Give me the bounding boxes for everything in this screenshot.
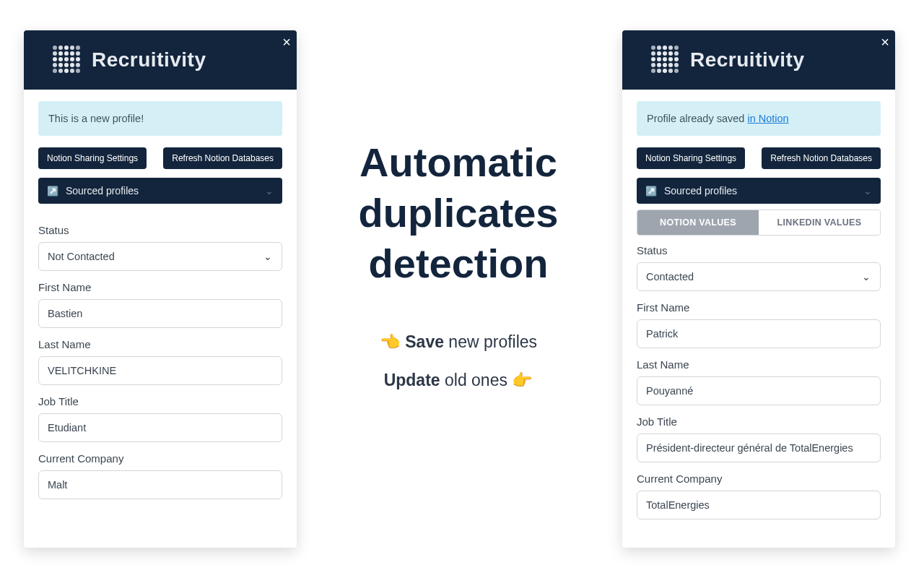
database-selector[interactable]: ↗️ Sourced profiles ⌄ xyxy=(38,178,282,204)
close-icon[interactable]: × xyxy=(282,35,291,49)
job-title-input[interactable] xyxy=(637,434,881,462)
brand-name: Recruitivity xyxy=(690,48,805,72)
action-button-row: Notion Sharing Settings Refresh Notion D… xyxy=(38,147,282,169)
refresh-databases-button[interactable]: Refresh Notion Databases xyxy=(762,147,881,169)
panel-header: × Recruitivity xyxy=(24,30,297,90)
first-name-input[interactable] xyxy=(637,319,881,348)
chevron-down-icon: ⌄ xyxy=(863,185,872,197)
panel-existing-profile: × Recruitivity Profile already saved in … xyxy=(622,30,895,548)
company-label: Current Company xyxy=(38,452,282,465)
subline-save: 👈 Save new profiles xyxy=(310,332,606,352)
info-banner-new: This is a new profile! xyxy=(38,101,282,136)
database-name: Sourced profiles xyxy=(66,185,139,197)
panel-new-profile: × Recruitivity This is a new profile! No… xyxy=(24,30,297,548)
status-label: Status xyxy=(38,224,282,236)
job-title-label: Job Title xyxy=(38,395,282,407)
last-name-input[interactable] xyxy=(38,356,282,385)
refresh-databases-button[interactable]: Refresh Notion Databases xyxy=(163,147,282,169)
company-input[interactable] xyxy=(38,470,282,499)
brand-logo: Recruitivity xyxy=(651,46,805,74)
status-label: Status xyxy=(637,244,881,256)
panel-body: This is a new profile! Notion Sharing Se… xyxy=(24,90,297,514)
status-select[interactable]: Contacted xyxy=(637,262,881,291)
company-input[interactable] xyxy=(637,491,881,519)
logo-mark-icon xyxy=(651,46,680,74)
chevron-down-icon: ⌄ xyxy=(265,185,274,197)
brand-name: Recruitivity xyxy=(92,48,206,72)
panel-header: × Recruitivity xyxy=(622,30,895,90)
subline-update: Update old ones 👉 xyxy=(310,371,606,390)
notion-sharing-button[interactable]: Notion Sharing Settings xyxy=(637,147,745,169)
values-tabs: NOTION VALUES LINKEDIN VALUES xyxy=(637,210,881,236)
last-name-input[interactable] xyxy=(637,376,881,405)
first-name-label: First Name xyxy=(637,301,881,314)
close-icon[interactable]: × xyxy=(881,35,889,49)
database-name: Sourced profiles xyxy=(664,185,737,197)
last-name-label: Last Name xyxy=(637,358,881,371)
info-banner-existing: Profile already saved in Notion xyxy=(637,101,881,136)
database-icon: ↗️ xyxy=(47,186,58,197)
notion-sharing-button[interactable]: Notion Sharing Settings xyxy=(38,147,147,169)
headline: Automatic duplicates detection xyxy=(310,137,606,289)
first-name-input[interactable] xyxy=(38,299,282,328)
last-name-label: Last Name xyxy=(38,338,282,350)
marketing-copy: Automatic duplicates detection 👈 Save ne… xyxy=(310,137,606,409)
job-title-input[interactable] xyxy=(38,413,282,442)
in-notion-link[interactable]: in Notion xyxy=(747,113,788,124)
logo-mark-icon xyxy=(53,46,82,74)
database-selector[interactable]: ↗️ Sourced profiles ⌄ xyxy=(637,178,881,204)
first-name-label: First Name xyxy=(38,281,282,293)
tab-notion-values[interactable]: NOTION VALUES xyxy=(637,210,759,235)
action-button-row: Notion Sharing Settings Refresh Notion D… xyxy=(637,147,881,169)
company-label: Current Company xyxy=(637,473,881,485)
panel-body: Profile already saved in Notion Notion S… xyxy=(622,90,895,534)
database-icon: ↗️ xyxy=(645,186,657,197)
job-title-label: Job Title xyxy=(637,415,881,428)
tab-linkedin-values[interactable]: LINKEDIN VALUES xyxy=(759,210,880,235)
brand-logo: Recruitivity xyxy=(53,46,206,74)
status-select[interactable]: Not Contacted xyxy=(38,242,282,271)
